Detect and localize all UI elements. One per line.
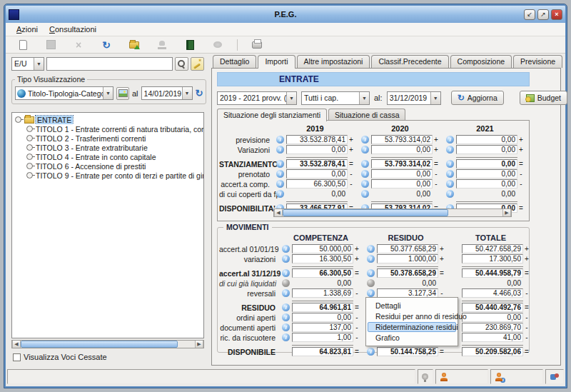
- info-icon[interactable]: i: [446, 160, 454, 168]
- value-field[interactable]: 41,00: [462, 333, 523, 342]
- tree-node-icon[interactable]: [26, 154, 33, 160]
- tree-horizontal-scrollbar[interactable]: ◀ ▶: [11, 340, 204, 348]
- seal-button[interactable]: [209, 38, 226, 52]
- tab-dettaglio[interactable]: Dettaglio: [213, 55, 256, 68]
- tree-node-icon[interactable]: [26, 126, 33, 132]
- value-field[interactable]: 0,00: [456, 159, 517, 169]
- delete-button[interactable]: ×: [70, 38, 87, 52]
- value-field[interactable]: 66.300,50: [292, 268, 353, 278]
- value-field[interactable]: 16.300,50: [292, 254, 353, 263]
- value-field[interactable]: 0,00: [371, 169, 433, 179]
- value-field[interactable]: 0,00: [371, 145, 433, 154]
- chevron-down-icon[interactable]: ▼: [430, 92, 440, 104]
- value-field[interactable]: 0,00: [456, 145, 517, 154]
- title-bar[interactable]: P.E.G. ↙ ↗ ×: [6, 6, 565, 23]
- new-document-button[interactable]: [14, 38, 31, 52]
- info-icon[interactable]: i: [446, 180, 454, 188]
- info-icon[interactable]: i: [282, 269, 290, 277]
- value-field[interactable]: 0,00: [456, 179, 517, 189]
- tree-item-titolo2[interactable]: TITOLO 2 - Trasferimenti correnti: [15, 134, 203, 143]
- value-field[interactable]: 53.793.314,02: [371, 159, 433, 169]
- value-field[interactable]: 50.000,00: [292, 244, 353, 253]
- tree-node-icon[interactable]: [26, 135, 33, 141]
- info-icon[interactable]: i: [361, 180, 369, 188]
- save-button[interactable]: [42, 38, 59, 52]
- liquidati-icon[interactable]: [282, 279, 290, 287]
- info-icon[interactable]: i: [367, 289, 375, 297]
- tree-node-icon[interactable]: [26, 163, 33, 169]
- info-icon[interactable]: i: [361, 136, 369, 144]
- tree-item-label[interactable]: TITOLO 4 - Entrate in conto capitale: [36, 153, 156, 161]
- value-field[interactable]: 64.961,81: [292, 303, 353, 312]
- value-field[interactable]: 0,00: [371, 179, 433, 189]
- liquidati-icon[interactable]: [367, 279, 375, 287]
- info-icon[interactable]: i: [276, 160, 284, 168]
- info-icon[interactable]: i: [282, 313, 290, 321]
- value-field[interactable]: 50.209.582,06: [462, 347, 523, 356]
- info-icon[interactable]: i: [361, 190, 369, 198]
- open-folder-button[interactable]: [126, 38, 143, 52]
- value-field[interactable]: 66.300,50: [286, 179, 348, 189]
- tree-item-titolo6[interactable]: TITOLO 6 - Accensione di prestiti: [15, 161, 203, 171]
- value-field[interactable]: 17.300,50: [462, 254, 523, 263]
- scroll-right-icon[interactable]: ▶: [195, 341, 203, 348]
- date-combobox-left[interactable]: 14/01/2019 ▼: [141, 86, 193, 100]
- value-field[interactable]: 4.466,03: [462, 288, 523, 298]
- tree-item-label[interactable]: TITOLO 1 - Entrate correnti di natura tr…: [36, 125, 203, 134]
- value-field[interactable]: 64.823,81: [292, 347, 353, 356]
- tab-composizione[interactable]: Composizione: [450, 55, 512, 68]
- tab-importi[interactable]: Importi: [258, 55, 295, 69]
- info-icon[interactable]: i: [446, 146, 454, 154]
- value-field[interactable]: 50.427.658,29: [462, 244, 523, 253]
- chevron-down-icon[interactable]: ▼: [286, 92, 296, 104]
- chevron-down-icon[interactable]: ▼: [182, 87, 192, 99]
- subtab-stanziamenti[interactable]: Situazione degli stanziamenti: [217, 109, 327, 121]
- tree-item-label[interactable]: TITOLO 2 - Trasferimenti correnti: [36, 134, 146, 143]
- value-field[interactable]: 50.444.958,79: [462, 268, 523, 278]
- date-combobox-right[interactable]: 31/12/2019 ▼: [387, 91, 441, 105]
- value-field[interactable]: 33.532.878,41: [286, 159, 348, 169]
- info-icon[interactable]: i: [367, 255, 375, 263]
- info-icon[interactable]: i: [282, 333, 290, 341]
- value-field[interactable]: 137,00: [292, 323, 353, 332]
- tree-item-label[interactable]: TITOLO 6 - Accensione di prestiti: [36, 162, 146, 171]
- maximize-button[interactable]: ↗: [537, 9, 549, 20]
- capitoli-combobox[interactable]: Tutti i cap. ▼: [301, 91, 370, 105]
- tree-refresh-icon[interactable]: ↻: [196, 89, 203, 99]
- tab-classif-precedente[interactable]: Classif.Precedente: [371, 55, 448, 68]
- scrollbar-thumb[interactable]: [283, 209, 448, 216]
- refresh-button[interactable]: ↻: [98, 38, 115, 52]
- info-icon[interactable]: i: [276, 136, 284, 144]
- info-icon[interactable]: i: [446, 190, 454, 198]
- voci-cessate-checkbox[interactable]: [13, 353, 21, 361]
- value-field[interactable]: 1.338,69: [292, 288, 353, 298]
- value-field[interactable]: 33.532.878,41: [286, 135, 348, 144]
- chevron-down-icon[interactable]: ▼: [359, 92, 369, 104]
- tree-item-titolo4[interactable]: TITOLO 4 - Entrate in conto capitale: [15, 152, 203, 161]
- value-field[interactable]: 50.378.658,29: [377, 268, 438, 278]
- info-icon[interactable]: i: [282, 255, 290, 263]
- tipo-combobox[interactable]: Titolo-Tipologia-Categoria ▼: [15, 86, 113, 100]
- scroll-right-icon[interactable]: ▶: [502, 209, 511, 216]
- info-icon[interactable]: i: [361, 160, 369, 168]
- chevron-down-icon[interactable]: ▼: [103, 87, 113, 99]
- scroll-left-icon[interactable]: ◀: [12, 341, 21, 348]
- search-input[interactable]: [46, 57, 173, 71]
- tree-node-icon[interactable]: [26, 172, 33, 179]
- info-icon[interactable]: i: [282, 245, 290, 253]
- menu-item-rideterminazione-residui[interactable]: Rideterminazione residui: [368, 322, 456, 332]
- value-field[interactable]: 50.144.758,25: [377, 347, 438, 356]
- info-icon[interactable]: i: [367, 269, 375, 277]
- stanziamenti-scrollbar[interactable]: ◀ ▶: [273, 208, 512, 217]
- tree-item-titolo9[interactable]: TITOLO 9 - Entrate per conto di terzi e …: [15, 171, 203, 180]
- info-icon[interactable]: i: [282, 289, 290, 297]
- value-field[interactable]: 0,00: [286, 145, 348, 154]
- eu-combobox[interactable]: E/U ▼: [11, 57, 44, 71]
- info-icon[interactable]: i: [446, 170, 454, 178]
- info-icon[interactable]: i: [367, 348, 375, 356]
- aggiorna-button[interactable]: ↻ Aggiorna: [451, 91, 504, 105]
- bilancio-combobox[interactable]: 2019 - 2021 provv. (staz.pl... ▼: [217, 91, 297, 105]
- value-field[interactable]: 53.793.314,02: [371, 135, 433, 144]
- print-button[interactable]: [248, 38, 266, 52]
- info-icon[interactable]: i: [282, 323, 290, 331]
